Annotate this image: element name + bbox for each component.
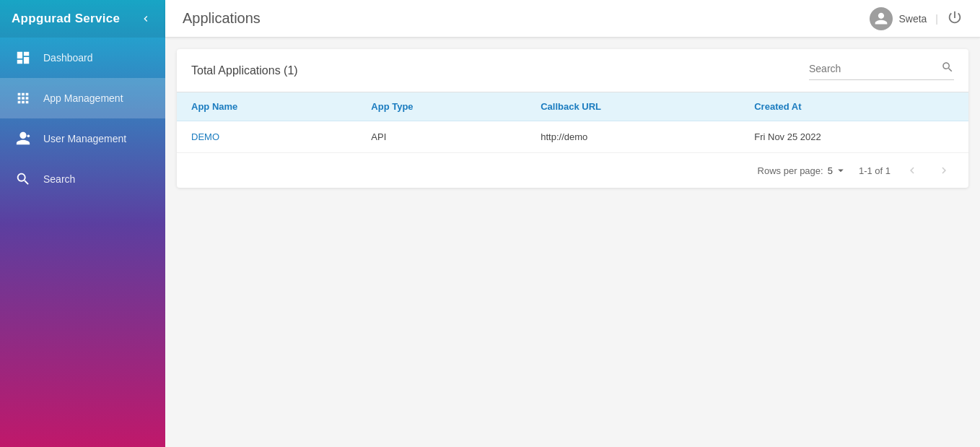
app-title: Appgurad Service — [12, 12, 120, 26]
table-body: DEMO API http://demo Fri Nov 25 2022 — [177, 121, 968, 153]
sidebar-item-user-management[interactable]: User Management — [0, 118, 165, 159]
app-name-link[interactable]: DEMO — [191, 131, 219, 142]
search-wrapper — [809, 61, 954, 80]
page-info: 1-1 of 1 — [859, 165, 891, 176]
col-callback-url: Callback URL — [526, 92, 740, 121]
pagination-row: Rows per page: 5 1-1 of 1 — [177, 153, 968, 188]
sidebar-collapse-button[interactable] — [138, 11, 154, 27]
sidebar-item-dashboard[interactable]: Dashboard — [0, 38, 165, 78]
sidebar-item-label-app-management: App Management — [43, 92, 123, 104]
col-created-at: Created At — [740, 92, 968, 121]
search-nav-icon — [14, 170, 32, 188]
search-input[interactable] — [809, 63, 935, 74]
sidebar-header: Appgurad Service — [0, 0, 165, 38]
topbar-divider: | — [935, 13, 938, 25]
table-head: App Name App Type Callback URL Created A… — [177, 92, 968, 121]
avatar — [870, 7, 893, 30]
main-content: Applications Sweta | Total Applications … — [165, 0, 980, 447]
sidebar: Appgurad Service Dashboard App Managemen… — [0, 0, 165, 447]
cell-callback-url: http://demo — [526, 121, 740, 153]
cell-app-type: API — [356, 121, 526, 153]
applications-table: App Name App Type Callback URL Created A… — [177, 92, 968, 153]
next-page-button[interactable] — [934, 160, 954, 181]
table-head-row: App Name App Type Callback URL Created A… — [177, 92, 968, 121]
sidebar-item-label-dashboard: Dashboard — [43, 52, 93, 64]
page-title: Applications — [183, 10, 261, 27]
sidebar-item-app-management[interactable]: App Management — [0, 78, 165, 118]
topbar-right: Sweta | — [870, 7, 963, 30]
col-app-type: App Type — [356, 92, 526, 121]
content-area: Total Applications (1) App Name App Type… — [165, 38, 980, 447]
cell-created-at: Fri Nov 25 2022 — [740, 121, 968, 153]
prev-page-button[interactable] — [902, 160, 922, 181]
table-row: DEMO API http://demo Fri Nov 25 2022 — [177, 121, 968, 153]
table-header-row: Total Applications (1) — [177, 49, 968, 92]
sidebar-item-search[interactable]: Search — [0, 159, 165, 199]
applications-table-container: Total Applications (1) App Name App Type… — [177, 49, 968, 188]
sidebar-item-label-search: Search — [43, 173, 75, 185]
rows-per-page: Rows per page: 5 — [758, 164, 847, 177]
rows-per-page-value: 5 — [828, 165, 833, 176]
col-app-name: App Name — [177, 92, 356, 121]
sidebar-item-label-user-management: User Management — [43, 133, 126, 144]
svg-point-0 — [27, 135, 30, 138]
user-management-icon — [14, 130, 32, 147]
topbar: Applications Sweta | — [165, 0, 980, 38]
power-button[interactable] — [947, 9, 963, 27]
apps-icon — [14, 90, 32, 107]
rows-per-page-select[interactable]: 5 — [828, 164, 847, 177]
search-icon — [941, 61, 954, 77]
rows-per-page-label: Rows per page: — [758, 165, 823, 176]
total-applications-label: Total Applications (1) — [191, 64, 298, 77]
dashboard-icon — [14, 49, 32, 66]
cell-app-name: DEMO — [177, 121, 356, 153]
username-label: Sweta — [898, 13, 927, 25]
